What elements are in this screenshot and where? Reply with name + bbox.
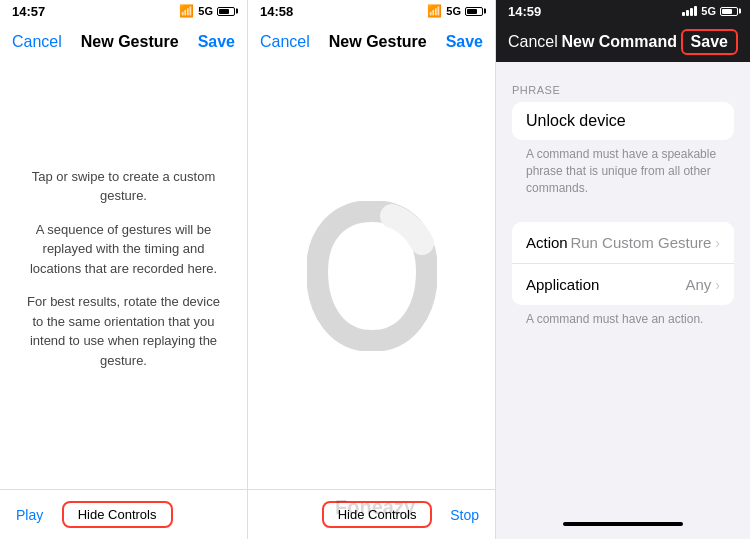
cancel-button-2[interactable]: Cancel bbox=[260, 33, 310, 51]
battery-fill-3 bbox=[722, 9, 732, 14]
stop-button[interactable]: Stop bbox=[450, 507, 479, 523]
bar1 bbox=[682, 12, 685, 16]
nav-title-3: New Command bbox=[561, 33, 677, 51]
time-3: 14:59 bbox=[508, 4, 541, 19]
gesture-canvas[interactable] bbox=[248, 62, 495, 489]
application-value-group: Any › bbox=[685, 276, 720, 293]
panel-1: 14:57 📶 5G Cancel New Gesture Save Tap o… bbox=[0, 0, 248, 539]
home-indicator bbox=[563, 522, 683, 526]
nav-title-1: New Gesture bbox=[81, 33, 179, 51]
phrase-hint: A command must have a speakable phrase t… bbox=[512, 140, 734, 206]
nav-bar-1: Cancel New Gesture Save bbox=[0, 22, 247, 62]
status-icons-2: 📶 5G bbox=[427, 4, 483, 18]
bar2 bbox=[686, 10, 689, 16]
signal-bars-3 bbox=[682, 6, 697, 16]
phrase-input[interactable] bbox=[526, 112, 720, 130]
status-icons-1: 📶 5G bbox=[179, 4, 235, 18]
action-card: Action Run Custom Gesture › Application … bbox=[512, 222, 734, 305]
time-2: 14:58 bbox=[260, 4, 293, 19]
signal-label-2: 5G bbox=[446, 5, 461, 17]
signal-label-1: 5G bbox=[198, 5, 213, 17]
nav-title-2: New Gesture bbox=[329, 33, 427, 51]
phrase-section-label: PHRASE bbox=[512, 84, 734, 96]
action-section: Action Run Custom Gesture › Application … bbox=[496, 210, 750, 342]
phrase-field[interactable] bbox=[512, 102, 734, 140]
gesture-hint-1: Tap or swipe to create a custom gesture. bbox=[20, 167, 227, 206]
gesture-hint-2: A sequence of gestures will be replayed … bbox=[20, 220, 227, 279]
bar3 bbox=[690, 8, 693, 16]
save-button-3[interactable]: Save bbox=[681, 29, 738, 55]
application-value: Any bbox=[685, 276, 711, 293]
action-hint: A command must have an action. bbox=[512, 305, 734, 338]
bar4 bbox=[694, 6, 697, 16]
gesture-drawing bbox=[307, 201, 437, 351]
wifi-icon-2: 📶 bbox=[427, 4, 442, 18]
status-bar-1: 14:57 📶 5G bbox=[0, 0, 247, 22]
signal-label-3: 5G bbox=[701, 5, 716, 17]
status-bar-2: 14:58 📶 5G bbox=[248, 0, 495, 22]
application-label: Application bbox=[526, 276, 599, 293]
cancel-button-1[interactable]: Cancel bbox=[12, 33, 62, 51]
phrase-section: PHRASE A command must have a speakable p… bbox=[496, 72, 750, 210]
cancel-button-3[interactable]: Cancel bbox=[508, 33, 558, 51]
status-bar-3: 14:59 5G bbox=[496, 0, 750, 22]
form-content: PHRASE A command must have a speakable p… bbox=[496, 62, 750, 509]
gesture-hint-3: For best results, rotate the device to t… bbox=[20, 292, 227, 370]
panel-1-content: Tap or swipe to create a custom gesture.… bbox=[0, 62, 247, 489]
battery-fill-1 bbox=[219, 9, 229, 14]
battery-icon-3 bbox=[720, 7, 738, 16]
panel-3: 14:59 5G Cancel New Command Save PHRASE bbox=[496, 0, 750, 539]
status-icons-3: 5G bbox=[682, 5, 738, 17]
wifi-icon-1: 📶 bbox=[179, 4, 194, 18]
bottom-indicator-bar bbox=[496, 509, 750, 539]
battery-icon-1 bbox=[217, 7, 235, 16]
save-button-2[interactable]: Save bbox=[446, 33, 483, 51]
save-button-1[interactable]: Save bbox=[198, 33, 235, 51]
play-button-1[interactable]: Play bbox=[16, 507, 43, 523]
hide-controls-button-1[interactable]: Hide Controls bbox=[62, 501, 173, 528]
panel-2-bottom: Hide Controls Stop bbox=[248, 489, 495, 539]
application-chevron-icon: › bbox=[715, 277, 720, 293]
action-value: Run Custom Gesture bbox=[570, 234, 711, 251]
action-value-group: Run Custom Gesture › bbox=[570, 234, 720, 251]
phrase-card bbox=[512, 102, 734, 140]
time-1: 14:57 bbox=[12, 4, 45, 19]
panel-2: 14:58 📶 5G Cancel New Gesture Save Hide … bbox=[248, 0, 496, 539]
battery-fill-2 bbox=[467, 9, 477, 14]
nav-bar-2: Cancel New Gesture Save bbox=[248, 22, 495, 62]
nav-bar-3: Cancel New Command Save bbox=[496, 22, 750, 62]
action-row[interactable]: Action Run Custom Gesture › bbox=[512, 222, 734, 264]
hide-controls-button-2[interactable]: Hide Controls bbox=[322, 501, 433, 528]
action-chevron-icon: › bbox=[715, 235, 720, 251]
panel-1-bottom: Play Hide Controls bbox=[0, 489, 247, 539]
battery-icon-2 bbox=[465, 7, 483, 16]
action-label: Action bbox=[526, 234, 568, 251]
application-row[interactable]: Application Any › bbox=[512, 264, 734, 305]
